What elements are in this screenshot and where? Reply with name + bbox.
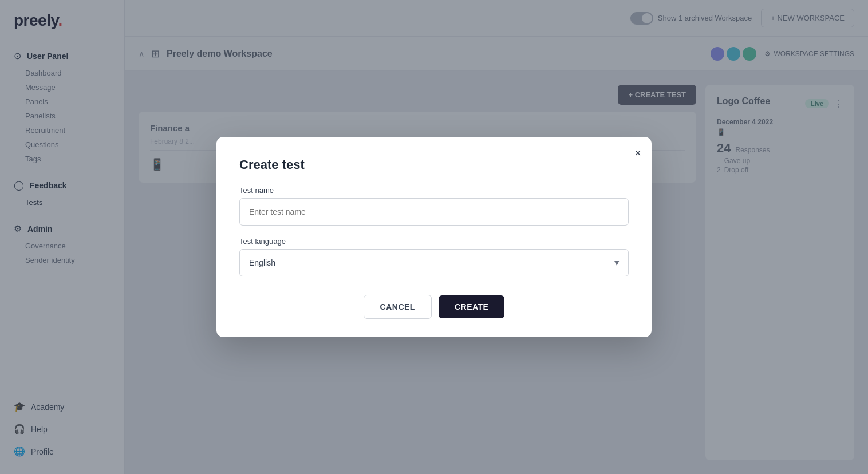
app-layout: preely. ⊙ User Panel Dashboard Message P… xyxy=(0,0,868,474)
test-language-label: Test language xyxy=(239,237,629,246)
language-select-wrapper: English Danish Norwegian Swedish German … xyxy=(239,249,629,276)
create-button[interactable]: CREATE xyxy=(439,295,505,318)
modal-title: Create test xyxy=(239,157,629,172)
test-name-label: Test name xyxy=(239,186,629,195)
test-language-group: Test language English Danish Norwegian S… xyxy=(239,237,629,276)
test-language-select[interactable]: English Danish Norwegian Swedish German … xyxy=(239,249,629,276)
test-name-input[interactable] xyxy=(239,198,629,226)
test-name-group: Test name xyxy=(239,186,629,226)
modal-close-button[interactable]: × xyxy=(634,147,641,159)
cancel-button[interactable]: CANCEL xyxy=(364,295,432,319)
modal-actions: CANCEL CREATE xyxy=(239,295,629,319)
create-test-modal: × Create test Test name Test language En… xyxy=(216,137,652,337)
modal-overlay: × Create test Test name Test language En… xyxy=(0,0,868,474)
